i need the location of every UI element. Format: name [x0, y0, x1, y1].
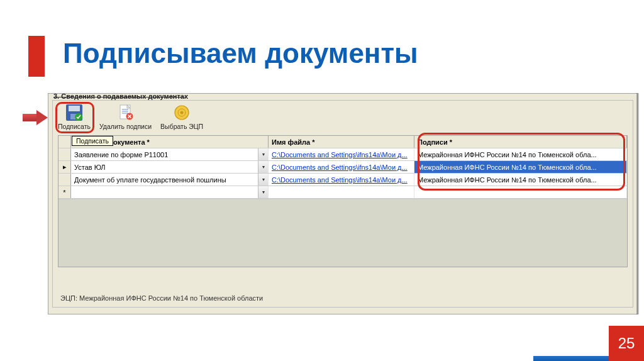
title-accent-bar [28, 36, 45, 77]
chevron-down-icon[interactable]: ▾ [258, 148, 268, 160]
footer-accent [533, 356, 609, 361]
chevron-down-icon[interactable]: ▾ [258, 186, 268, 198]
seal-icon [172, 104, 191, 121]
doc-name-text: Документ об уплате государственной пошли… [74, 176, 226, 184]
delete-sign-icon [116, 104, 135, 121]
header-file-name[interactable]: Имя файла * [269, 136, 414, 148]
file-cell[interactable]: C:\Documents and Settings\ifns14a\Мои д.… [269, 174, 414, 186]
page-number-badge: 25 [609, 326, 644, 361]
window-shadow [636, 93, 639, 314]
page-title: Подписываем документы [63, 38, 418, 69]
svg-point-13 [180, 111, 184, 114]
sign-button[interactable]: Подписать [58, 104, 91, 130]
delete-signatures-button[interactable]: Удалить подписи [99, 104, 152, 130]
header-marker [58, 136, 71, 148]
table-row[interactable]: Документ об уплате государственной пошли… [58, 174, 627, 186]
table-header-row: Название документа * Имя файла * Подписи… [58, 136, 627, 148]
doc-name-cell[interactable]: ▾ [71, 186, 269, 198]
row-marker-new: * [58, 186, 71, 198]
toolbar: Подписать Удалить подписи [58, 104, 203, 130]
row-marker [58, 174, 71, 186]
table-empty-area [58, 199, 627, 267]
choose-ecp-label: Выбрать ЭЦП [160, 123, 203, 130]
doc-name-text: Заявление по форме Р11001 [74, 151, 168, 158]
documents-panel: Подписать Удалить подписи [52, 100, 633, 308]
row-marker [58, 148, 71, 160]
file-cell[interactable]: C:\Documents and Settings\ifns14a\Мои д.… [269, 148, 414, 160]
choose-ecp-button[interactable]: Выбрать ЭЦП [160, 104, 203, 130]
file-link[interactable]: C:\Documents and Settings\ifns14a\Мои д.… [272, 164, 408, 171]
sign-cell[interactable]: Межрайонная ИФНС России №14 по Тюменской… [414, 174, 627, 186]
save-disk-icon [65, 104, 84, 121]
header-signatures[interactable]: Подписи * [414, 136, 627, 148]
chevron-down-icon[interactable]: ▾ [258, 174, 268, 186]
sign-cell[interactable] [414, 186, 627, 198]
doc-name-cell[interactable]: Устав ЮЛ ▾ [71, 161, 269, 173]
doc-name-cell[interactable]: Документ об уплате государственной пошли… [71, 174, 269, 186]
sign-cell-selected[interactable]: Межрайонная ИФНС России №14 по Тюменской… [414, 161, 627, 173]
doc-name-cell[interactable]: Заявление по форме Р11001 ▾ [71, 148, 269, 160]
status-bar: ЭЦП: Межрайонная ИФНС России №14 по Тюме… [58, 292, 628, 304]
file-cell[interactable] [269, 186, 414, 198]
doc-name-text: Устав ЮЛ [74, 164, 106, 171]
row-marker: ▸ [58, 161, 71, 173]
file-link[interactable]: C:\Documents and Settings\ifns14a\Мои д.… [272, 151, 408, 158]
status-text: ЭЦП: Межрайонная ИФНС России №14 по Тюме… [60, 294, 263, 302]
table-row-new[interactable]: * ▾ [58, 186, 627, 199]
documents-table[interactable]: Название документа * Имя файла * Подписи… [58, 135, 628, 267]
sign-cell[interactable]: Межрайонная ИФНС России №14 по Тюменской… [414, 148, 627, 160]
file-link[interactable]: C:\Documents and Settings\ifns14a\Мои д.… [272, 176, 408, 184]
chevron-down-icon[interactable]: ▾ [258, 161, 268, 173]
callout-arrow-icon [23, 110, 49, 125]
section-heading: 3. Сведения о подаваемых документах [53, 92, 188, 100]
file-cell[interactable]: C:\Documents and Settings\ifns14a\Мои д.… [269, 161, 414, 173]
sign-tooltip: Подписать [72, 136, 113, 146]
delete-signatures-label: Удалить подписи [99, 123, 152, 130]
sign-button-label: Подписать [58, 123, 91, 130]
table-row[interactable]: ▸ Устав ЮЛ ▾ C:\Documents and Settings\i… [58, 161, 627, 174]
svg-rect-1 [69, 106, 80, 111]
table-row[interactable]: Заявление по форме Р11001 ▾ C:\Documents… [58, 148, 627, 161]
app-window: 3. Сведения о подаваемых документах Подп… [48, 93, 638, 314]
